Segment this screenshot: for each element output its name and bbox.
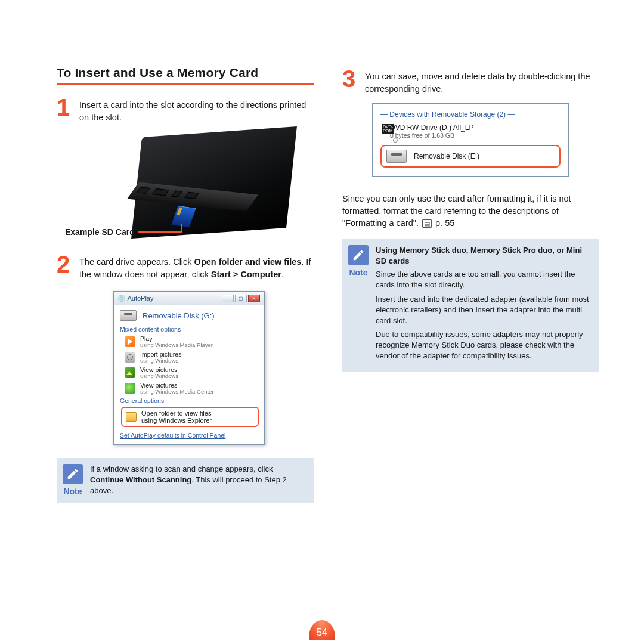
note-adapter: Note Using Memory Stick duo, Memory Stic… [342, 239, 599, 372]
note-icon [348, 245, 369, 265]
autoplay-item-import[interactable]: Import picturesusing Windows [114, 349, 264, 365]
step-3: 3 You can save, move and delete data by … [342, 68, 599, 95]
maximize-button[interactable]: ▢ [235, 295, 247, 302]
step-1: 1 Insert a card into the slot according … [57, 97, 314, 123]
close-button[interactable]: X [248, 295, 260, 302]
autoplay-drive-name: Removable Disk (G:) [143, 311, 215, 320]
note-label: Note [63, 487, 82, 496]
device-removable-row[interactable]: Removable Disk (E:) [380, 145, 561, 168]
autoplay-group-mixed: Mixed content options [114, 324, 264, 334]
step-2-number: 2 [57, 253, 71, 275]
note-1-text: If a window asking to scan and change ap… [90, 464, 305, 496]
autoplay-title: 💿 AutoPlay [117, 295, 153, 302]
autoplay-defaults-link[interactable]: Set AutoPlay defaults in Control Panel [120, 432, 225, 439]
folder-icon [126, 412, 137, 422]
page-ref-icon: ▤ [422, 219, 432, 228]
step-1-number: 1 [57, 97, 71, 118]
page-number-badge: 54 [309, 620, 335, 640]
minimize-button[interactable]: — [222, 295, 234, 302]
picture-icon [125, 367, 135, 378]
removable-disk-icon [120, 310, 137, 321]
note-icon [63, 464, 83, 484]
devices-window: — Devices with Removable Storage (2) — D… [372, 103, 569, 177]
page-title: To Insert and Use a Memory Card [57, 66, 314, 85]
play-icon [125, 336, 135, 347]
step-3-text: You can save, move and delete data by do… [365, 68, 599, 95]
note-scan-warning: Note If a window asking to scan and chan… [57, 458, 314, 503]
step-2-text: The card drive appears. Click Open folde… [79, 253, 314, 280]
device-dvd-row[interactable]: DVD-ROM DVD RW Drive (D:) All_LP 0 bytes… [380, 122, 561, 143]
devices-group-label: — Devices with Removable Storage (2) — [380, 110, 561, 119]
sd-card-label: Example SD Card [65, 227, 135, 237]
dvd-badge: DVD-ROM [382, 124, 394, 134]
step-3-number: 3 [342, 68, 357, 89]
autoplay-open-folder[interactable]: Open folder to view filesusing Windows E… [121, 407, 259, 427]
formatting-paragraph: Since you can only use the card after fo… [342, 193, 599, 230]
note-2-text: Using Memory Stick duo, Memory Stick Pro… [376, 245, 591, 365]
autoplay-item-play[interactable]: Playusing Windows Media Player [114, 334, 264, 349]
note-label: Note [349, 268, 367, 277]
media-center-icon [125, 383, 135, 394]
autoplay-group-general: General options [114, 396, 264, 405]
step-1-text: Insert a card into the slot according to… [79, 97, 314, 123]
step-2: 2 The card drive appears. Click Open fol… [57, 253, 314, 280]
camera-icon [125, 352, 135, 363]
removable-disk-icon [386, 150, 407, 163]
laptop-figure: Example SD Card [89, 132, 292, 245]
autoplay-item-view-2[interactable]: View picturesusing Windows Media Center [114, 380, 264, 396]
autoplay-window: 💿 AutoPlay — ▢ X Removable Disk (G:) Mix… [113, 291, 265, 445]
autoplay-item-view-1[interactable]: View picturesusing Windows [114, 365, 264, 380]
